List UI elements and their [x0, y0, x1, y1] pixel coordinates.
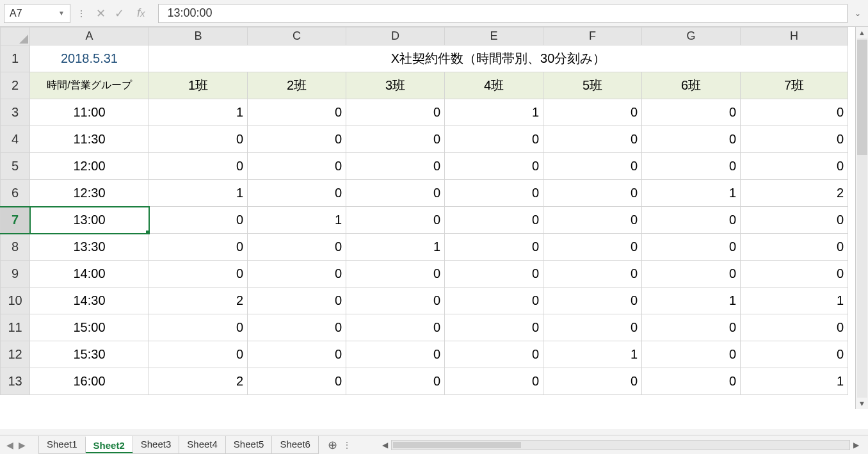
row-header-1[interactable]: 1	[1, 45, 30, 72]
row-header-12[interactable]: 12	[1, 341, 30, 368]
cell-G13[interactable]: 0	[642, 368, 741, 395]
date-header-cell[interactable]: 2018.5.31	[30, 45, 149, 72]
cell-A8[interactable]: 13:30	[30, 234, 149, 261]
sheet-tab-Sheet4[interactable]: Sheet4	[179, 436, 226, 454]
cell-F9[interactable]: 0	[543, 261, 642, 288]
cell-B6[interactable]: 1	[149, 180, 248, 207]
sheet-nav-arrows[interactable]: ◀ ▶	[6, 440, 38, 450]
row-header-13[interactable]: 13	[1, 368, 30, 395]
cell-C7[interactable]: 1	[248, 207, 346, 234]
cell-F12[interactable]: 1	[543, 341, 642, 368]
cell-H13[interactable]: 1	[741, 368, 848, 395]
fx-icon[interactable]: fx	[137, 6, 145, 20]
cell-F10[interactable]: 0	[543, 288, 642, 314]
cell-G4[interactable]: 0	[642, 126, 741, 153]
cell-H7[interactable]: 0	[741, 207, 848, 234]
cell-A6[interactable]: 12:30	[30, 180, 149, 207]
scroll-up-icon[interactable]: ▲	[856, 27, 868, 38]
cell-G3[interactable]: 0	[642, 99, 741, 126]
cell-D11[interactable]: 0	[346, 314, 445, 341]
cell-C11[interactable]: 0	[248, 314, 346, 341]
subheader-group-7[interactable]: 7班	[741, 72, 848, 99]
cell-G9[interactable]: 0	[642, 261, 741, 288]
cell-B9[interactable]: 0	[149, 261, 248, 288]
cell-F7[interactable]: 0	[543, 207, 642, 234]
cell-D7[interactable]: 0	[346, 207, 445, 234]
col-header-H[interactable]: H	[741, 28, 848, 45]
cell-E9[interactable]: 0	[445, 261, 543, 288]
sheet-tab-Sheet3[interactable]: Sheet3	[133, 436, 180, 454]
cell-E13[interactable]: 0	[445, 368, 543, 395]
cell-E11[interactable]: 0	[445, 314, 543, 341]
subheader-group-2[interactable]: 2班	[248, 72, 346, 99]
cell-H4[interactable]: 0	[741, 126, 848, 153]
hscroll-track[interactable]	[391, 440, 850, 450]
cell-C9[interactable]: 0	[248, 261, 346, 288]
cell-B5[interactable]: 0	[149, 153, 248, 180]
cell-D12[interactable]: 0	[346, 341, 445, 368]
subheader-group-6[interactable]: 6班	[642, 72, 741, 99]
cell-C3[interactable]: 0	[248, 99, 346, 126]
vscroll-track[interactable]	[857, 38, 867, 398]
col-header-G[interactable]: G	[642, 28, 741, 45]
select-all-corner[interactable]	[1, 28, 30, 45]
cell-E8[interactable]: 0	[445, 234, 543, 261]
formula-input[interactable]: 13:00:00	[158, 4, 848, 23]
col-header-E[interactable]: E	[445, 28, 543, 45]
hscroll-thumb[interactable]	[393, 442, 521, 448]
cell-F11[interactable]: 0	[543, 314, 642, 341]
cell-B10[interactable]: 2	[149, 288, 248, 314]
cell-C13[interactable]: 0	[248, 368, 346, 395]
cell-D5[interactable]: 0	[346, 153, 445, 180]
cell-B3[interactable]: 1	[149, 99, 248, 126]
cell-F8[interactable]: 0	[543, 234, 642, 261]
row-header-4[interactable]: 4	[1, 126, 30, 153]
cell-H3[interactable]: 0	[741, 99, 848, 126]
cell-B13[interactable]: 2	[149, 368, 248, 395]
cell-A13[interactable]: 16:00	[30, 368, 149, 395]
cell-A10[interactable]: 14:30	[30, 288, 149, 314]
cell-A12[interactable]: 15:30	[30, 341, 149, 368]
cell-D13[interactable]: 0	[346, 368, 445, 395]
row-header-3[interactable]: 3	[1, 99, 30, 126]
sheet-prev-icon[interactable]: ◀	[6, 440, 13, 450]
sheet-tab-Sheet1[interactable]: Sheet1	[38, 436, 86, 454]
cell-C10[interactable]: 0	[248, 288, 346, 314]
sheet-next-icon[interactable]: ▶	[19, 440, 26, 450]
cell-H9[interactable]: 0	[741, 261, 848, 288]
cell-A4[interactable]: 11:30	[30, 126, 149, 153]
col-header-B[interactable]: B	[149, 28, 248, 45]
cell-F4[interactable]: 0	[543, 126, 642, 153]
subheader-group-1[interactable]: 1班	[149, 72, 248, 99]
vscroll-thumb[interactable]	[857, 40, 867, 155]
cell-F5[interactable]: 0	[543, 153, 642, 180]
spreadsheet-grid[interactable]: ABCDEFGH 1 2018.5.31 X社契約件数（時間帯別、30分刻み）2…	[0, 27, 848, 395]
subheader-group-4[interactable]: 4班	[445, 72, 543, 99]
cell-G10[interactable]: 1	[642, 288, 741, 314]
cell-A3[interactable]: 11:00	[30, 99, 149, 126]
cell-B12[interactable]: 0	[149, 341, 248, 368]
subheader-group-5[interactable]: 5班	[543, 72, 642, 99]
cell-G5[interactable]: 0	[642, 153, 741, 180]
row-header-7[interactable]: 7	[1, 207, 30, 234]
cell-A9[interactable]: 14:00	[30, 261, 149, 288]
row-header-9[interactable]: 9	[1, 261, 30, 288]
vertical-scrollbar[interactable]: ▲ ▼	[855, 27, 868, 409]
cell-H6[interactable]: 2	[741, 180, 848, 207]
cell-C12[interactable]: 0	[248, 341, 346, 368]
cell-A7[interactable]: 13:00	[30, 207, 149, 234]
cell-A11[interactable]: 15:00	[30, 314, 149, 341]
cell-C6[interactable]: 0	[248, 180, 346, 207]
cell-C4[interactable]: 0	[248, 126, 346, 153]
row-header-5[interactable]: 5	[1, 153, 30, 180]
formula-expand-icon[interactable]: ⌄	[851, 9, 864, 18]
cell-E7[interactable]: 0	[445, 207, 543, 234]
cell-B8[interactable]: 0	[149, 234, 248, 261]
cell-D10[interactable]: 0	[346, 288, 445, 314]
row-header-11[interactable]: 11	[1, 314, 30, 341]
col-header-C[interactable]: C	[248, 28, 346, 45]
cell-E5[interactable]: 0	[445, 153, 543, 180]
cell-B11[interactable]: 0	[149, 314, 248, 341]
cell-D9[interactable]: 0	[346, 261, 445, 288]
name-box[interactable]: A7 ▼	[4, 4, 70, 23]
